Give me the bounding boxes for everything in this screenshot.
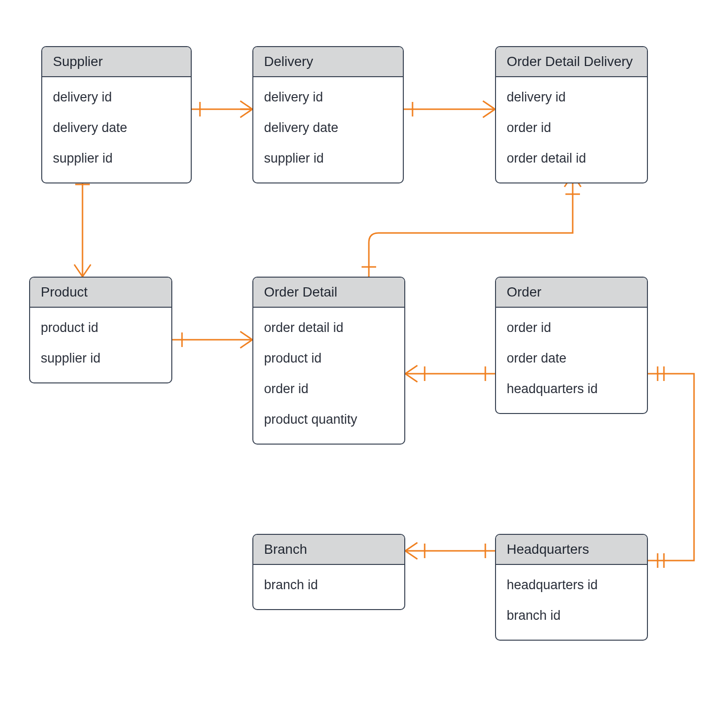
svg-line-12: [83, 265, 91, 277]
entity-attr: delivery id: [264, 82, 392, 113]
entity-attr: order id: [264, 374, 394, 404]
entity-attr: order id: [507, 113, 636, 143]
entity-attr: delivery id: [507, 82, 636, 113]
er-diagram: Supplier delivery id delivery date suppl…: [0, 0, 728, 728]
entity-title: Product: [30, 278, 171, 308]
entity-attr: supplier id: [41, 343, 161, 374]
entity-attr: order id: [507, 313, 636, 343]
entity-headquarters: Headquarters headquarters id branch id: [495, 534, 648, 641]
svg-line-2: [240, 101, 252, 109]
entity-order-detail-delivery: Order Detail Delivery delivery id order …: [495, 46, 648, 183]
rel-orderdetail-odd: [362, 175, 581, 277]
rel-branch-hq: [405, 543, 495, 559]
entity-attr: product quantity: [264, 404, 394, 435]
svg-line-11: [74, 265, 83, 277]
entity-title: Branch: [253, 535, 404, 565]
entity-attr: supplier id: [53, 143, 180, 174]
entity-supplier: Supplier delivery id delivery date suppl…: [41, 46, 192, 183]
entity-attr: delivery id: [53, 82, 180, 113]
entity-title: Order Detail: [253, 278, 404, 308]
svg-line-31: [405, 543, 417, 551]
entity-title: Headquarters: [496, 535, 647, 565]
rel-orderdetail-order: [405, 365, 495, 382]
entity-title: Order: [496, 278, 647, 308]
entity-attr: headquarters id: [507, 570, 636, 600]
entity-order: Order order id order date headquarters i…: [495, 277, 648, 414]
svg-line-3: [240, 109, 252, 117]
entity-attr: order date: [507, 343, 636, 374]
svg-line-32: [405, 551, 417, 559]
svg-line-16: [240, 340, 252, 348]
entity-product: Product product id supplier id: [29, 277, 172, 383]
entity-attr: supplier id: [264, 143, 392, 174]
entity-attr: product id: [41, 313, 161, 343]
rel-product-orderdetail: [172, 331, 252, 348]
entity-attr: order detail id: [264, 313, 394, 343]
entity-attr: branch id: [507, 600, 636, 631]
entity-title: Supplier: [42, 47, 191, 77]
entity-attr: delivery date: [264, 113, 392, 143]
svg-line-15: [240, 331, 252, 340]
entity-attr: headquarters id: [507, 374, 636, 404]
entity-title: Order Detail Delivery: [496, 47, 647, 77]
svg-line-18: [405, 365, 417, 374]
rel-supplier-delivery: [192, 101, 252, 117]
entity-attr: branch id: [264, 570, 394, 600]
entity-attr: delivery date: [53, 113, 180, 143]
svg-line-7: [483, 101, 495, 109]
svg-line-19: [405, 374, 417, 382]
entity-attr: product id: [264, 343, 394, 374]
entity-delivery: Delivery delivery id delivery date suppl…: [252, 46, 404, 183]
entity-order-detail: Order Detail order detail id product id …: [252, 277, 405, 445]
rel-delivery-odd: [403, 101, 495, 117]
rel-order-hq: [648, 366, 694, 568]
entity-branch: Branch branch id: [252, 534, 405, 610]
rel-supplier-product: [74, 175, 91, 277]
svg-line-8: [483, 109, 495, 117]
entity-title: Delivery: [253, 47, 403, 77]
entity-attr: order detail id: [507, 143, 636, 174]
